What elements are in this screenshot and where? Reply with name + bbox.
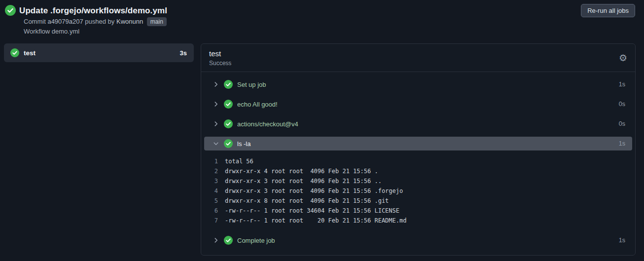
step-duration: 0s [619,120,625,127]
chevron-right-icon [213,81,219,88]
branch-badge[interactable]: main [147,17,167,26]
chevron-right-icon [213,140,219,147]
job-duration: 3s [180,49,187,57]
commit-line: Commit a49079a207 pushed by Kwonunn main [24,17,635,27]
log-line-number[interactable]: 1 [204,156,225,166]
jobs-sidebar: test 3s [4,43,194,62]
check-circle-icon [224,139,233,148]
step: Set up job 1s [204,75,632,94]
pushed-by-label: pushed by [85,18,114,25]
commit-label: Commit [24,18,46,25]
check-circle-icon [10,48,19,57]
log-line: 6 -rw-r--r-- 1 root root 34604 Feb 21 15… [204,206,632,216]
steps-list: Set up job 1s echo All good! 0s [201,72,635,255]
step: actions/checkout@v4 0s [204,114,632,134]
job-panel: test Success ⚙ Set up job 1s [201,43,636,256]
check-circle-icon [224,236,233,245]
step-name: echo All good! [237,101,278,108]
step-name: Complete job [237,237,275,244]
step-header[interactable]: ls -la 1s [204,137,632,150]
log-line: 5 drwxr-xr-x 8 root root 4096 Feb 21 15:… [204,196,632,206]
run-title: Update .forgejo/workflows/demo.yml [19,5,167,17]
run-status-check-circle-icon [5,5,16,16]
step-header[interactable]: echo All good! 0s [204,94,632,114]
commit-sha-link[interactable]: a49079a207 [47,18,83,25]
step-logs: 1 total 56 2 drwxr-xr-x 4 root root 4096… [204,153,632,230]
step-duration: 1s [619,237,625,244]
log-line-text: drwxr-xr-x 3 root root 4096 Feb 21 15:56… [225,186,403,196]
step-header[interactable]: actions/checkout@v4 0s [204,114,632,134]
run-header: Update .forgejo/workflows/demo.yml Commi… [0,0,644,39]
sidebar-job-item-test[interactable]: test 3s [4,43,194,62]
log-line-text: -rw-r--r-- 1 root root 20 Feb 21 15:56 R… [225,216,406,225]
commit-author-link[interactable]: Kwonunn [116,18,143,25]
log-line-text: drwxr-xr-x 4 root root 4096 Feb 21 15:56… [225,166,378,176]
log-line: 2 drwxr-xr-x 4 root root 4096 Feb 21 15:… [204,166,632,176]
gear-icon[interactable]: ⚙ [619,53,627,63]
step-name: ls -la [237,140,250,148]
log-line-number[interactable]: 2 [204,166,225,176]
log-line: 1 total 56 [204,156,632,166]
job-name: test [24,49,36,57]
log-line-number[interactable]: 5 [204,196,225,206]
log-line-text: total 56 [225,156,253,166]
chevron-right-icon [213,237,219,244]
workflow-line: Workflow demo.yml [24,27,635,37]
log-line: 4 drwxr-xr-x 3 root root 4096 Feb 21 15:… [204,186,632,196]
step-duration: 0s [619,101,625,108]
job-panel-header: test Success ⚙ [201,44,635,72]
log-line-text: drwxr-xr-x 3 root root 4096 Feb 21 15:56… [225,176,382,186]
log-line-number[interactable]: 3 [204,176,225,186]
step-header[interactable]: Set up job 1s [204,75,632,94]
log-line-text: -rw-r--r-- 1 root root 34604 Feb 21 15:5… [225,206,399,216]
log-line-number[interactable]: 7 [204,216,225,225]
step-name: Set up job [237,81,266,88]
log-line: 3 drwxr-xr-x 3 root root 4096 Feb 21 15:… [204,176,632,186]
chevron-right-icon [213,120,219,127]
step: Complete job 1s [204,230,632,250]
check-circle-icon [224,119,233,128]
log-line: 7 -rw-r--r-- 1 root root 20 Feb 21 15:56… [204,216,632,225]
step: echo All good! 0s [204,94,632,114]
content: test 3s test Success ⚙ Set up job [0,39,644,256]
job-panel-status: Success [209,59,627,67]
log-line-number[interactable]: 6 [204,206,225,216]
check-circle-icon [224,100,233,109]
check-circle-icon [224,80,233,89]
step-header[interactable]: Complete job 1s [204,230,632,250]
rerun-all-jobs-button[interactable]: Re-run all jobs [581,4,635,17]
log-line-text: drwxr-xr-x 8 root root 4096 Feb 21 15:56… [225,196,389,206]
step-duration: 1s [619,81,625,88]
log-line-number[interactable]: 4 [204,186,225,196]
chevron-right-icon [213,101,219,108]
step-name: actions/checkout@v4 [237,120,298,128]
step-duration: 1s [619,140,625,147]
job-panel-title: test [209,49,627,59]
step: ls -la 1s 1 total 56 2 drwxr-xr-x 4 root… [204,137,632,230]
